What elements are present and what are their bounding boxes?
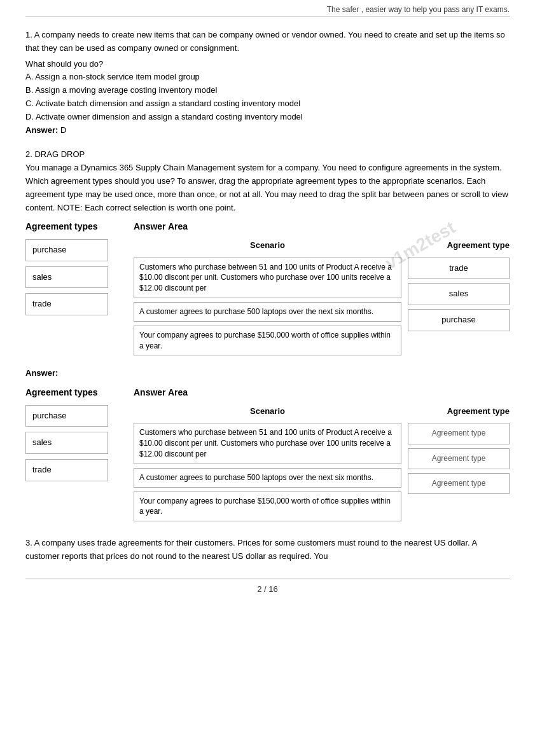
q3-text: A company uses trade agreements for thei… <box>25 538 477 561</box>
q2-ans-scenario-heading: Scenario <box>134 405 401 418</box>
page-number: 2 / 16 <box>257 584 278 594</box>
question-2: 2. DRAG DROP You manage a Dynamics 365 S… <box>25 148 510 525</box>
question-3: 3. A company uses trade agreements for t… <box>25 537 510 563</box>
q2-scenario-1: Customers who purchase between 51 and 10… <box>134 258 401 298</box>
tagline: The safer , easier way to help you pass … <box>327 5 510 14</box>
q2-ans-type-purchase[interactable]: purchase <box>25 405 108 427</box>
q2-ans-scenario-2: A customer agrees to purchase 500 laptop… <box>134 468 401 488</box>
q2-ans-answer-box-2[interactable]: Agreement type <box>408 448 510 469</box>
q2-ans-scenario-3: Your company agrees to purchase $150,000… <box>134 491 401 522</box>
q1-text: 1. A company needs to create new items t… <box>25 29 510 55</box>
q2-ans-agreement-type-heading: Agreement type <box>408 405 510 418</box>
q2-answer-label-text: Answer: <box>25 368 58 378</box>
q1-subtext: What should you do? <box>25 58 510 71</box>
q2-intro: You manage a Dynamics 365 Supply Chain M… <box>25 162 510 175</box>
q2-answer-type-col: Agreement type trade sales purchase <box>408 239 510 360</box>
q2-number-type: 2. DRAG DROP <box>25 148 510 162</box>
q2-type-purchase[interactable]: purchase <box>25 239 108 261</box>
q2-answer-area-heading: Answer Area <box>134 219 510 233</box>
q1-answer-value: D <box>60 125 66 135</box>
q2-ans-type-sales[interactable]: sales <box>25 432 108 454</box>
q2-answer-label: Answer: <box>25 367 510 380</box>
q2-ans-answer-box-1[interactable]: Agreement type <box>408 423 510 444</box>
q1-answer: Answer: D <box>25 124 510 137</box>
q2-answer-box-2[interactable]: sales <box>408 283 510 305</box>
q2-instruction: Which agreement types should you use? To… <box>25 175 510 214</box>
q2-scenario-2: A customer agrees to purchase 500 laptop… <box>134 302 401 322</box>
q2-ans-scenario-1: Customers who purchase between 51 and 10… <box>134 423 401 464</box>
question-1: 1. A company needs to create new items t… <box>25 29 510 137</box>
q1-option-b: B. Assign a moving average costing inven… <box>25 84 510 97</box>
q1-number: 1. <box>25 30 32 39</box>
q2-answer-section: Answer: Agreement types purchase sales t… <box>25 367 510 525</box>
q2-type-sales[interactable]: sales <box>25 266 108 289</box>
q2-type-trade[interactable]: trade <box>25 293 108 315</box>
q2-answer-area-inner: Scenario Customers who purchase between … <box>134 239 510 360</box>
q2-ans-answer-area-col: Answer Area Scenario Customers who purch… <box>127 385 510 525</box>
q1-option-a: A. Assign a non-stock service item model… <box>25 71 510 84</box>
q2-agreement-types-heading: Agreement types <box>25 219 127 233</box>
q2-ans-answer-area-heading: Answer Area <box>134 385 510 399</box>
q2-number: 2. <box>25 149 32 159</box>
q1-option-d: D. Activate owner dimension and assign a… <box>25 111 510 124</box>
q2-ans-answer-box-3[interactable]: Agreement type <box>408 473 510 494</box>
q2-ans-area-inner: Scenario Customers who purchase between … <box>134 405 510 526</box>
q2-ans-types-heading: Agreement types <box>25 385 127 399</box>
q1-main: A company needs to create new items that… <box>25 30 505 53</box>
footer: 2 / 16 <box>25 579 510 594</box>
page-container: The safer , easier way to help you pass … <box>0 0 535 756</box>
q2-ans-scenario-col: Scenario Customers who purchase between … <box>134 405 401 526</box>
q2-ans-agreement-types-col: Agreement types purchase sales trade <box>25 385 127 486</box>
q2-scenario-3: Your company agrees to purchase $150,000… <box>134 326 401 356</box>
q1-answer-label: Answer: <box>25 125 58 135</box>
q2-scenario-col: Scenario Customers who purchase between … <box>134 239 401 360</box>
q2-ans-type-trade[interactable]: trade <box>25 459 108 481</box>
q2-agreement-types-col: Agreement types purchase sales trade <box>25 219 127 320</box>
q3-number: 3. <box>25 538 32 547</box>
q2-scenario-heading: Scenario <box>134 239 401 252</box>
q2-type: DRAG DROP <box>34 149 85 159</box>
q2-answer-box-1[interactable]: trade <box>408 258 510 280</box>
q2-agreement-type-heading: Agreement type <box>408 239 510 252</box>
q2-drag-table: Agreement types purchase sales trade Ans… <box>25 219 510 359</box>
q2-answer-area-col: Answer Area Scenario Customers who purch… <box>127 219 510 359</box>
q2-answer-box-3[interactable]: purchase <box>408 309 510 331</box>
q1-option-c: C. Activate batch dimension and assign a… <box>25 97 510 111</box>
q2-ans-answer-type-col: Agreement type Agreement type Agreement … <box>408 405 510 526</box>
top-bar: The safer , easier way to help you pass … <box>25 0 510 17</box>
q2-answer-drag-table: Agreement types purchase sales trade Ans… <box>25 385 510 525</box>
